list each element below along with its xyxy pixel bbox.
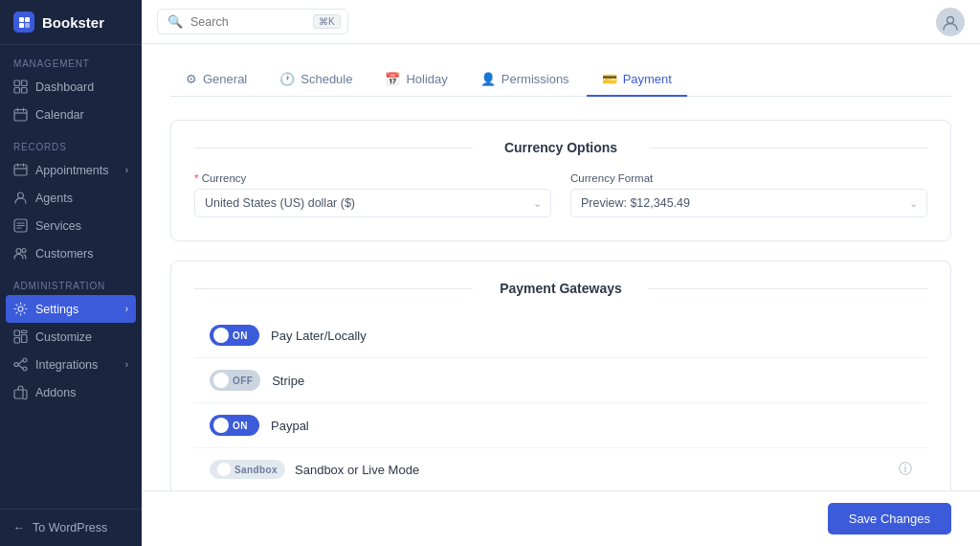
sidebar-item-customize[interactable]: Customize: [0, 323, 142, 351]
sidebar-item-label: Customers: [35, 247, 93, 261]
currency-format-group: Currency Format Preview: $12,345.49 ⌄: [570, 172, 927, 217]
section-label-records: Records: [0, 128, 142, 156]
chevron-right-icon: ›: [125, 304, 128, 314]
sidebar: Bookster Management Dashboard Calendar R…: [0, 0, 142, 546]
toggle-knob: [213, 373, 229, 388]
currency-section: Currency Options * Currency United State…: [170, 120, 951, 241]
main-content: 🔍 ⌘K ⚙ General 🕐 Schedule 📅 Holiday �: [142, 0, 980, 546]
svg-rect-1: [25, 17, 30, 22]
section-label-management: Management: [0, 45, 142, 73]
tab-schedule[interactable]: 🕐 Schedule: [264, 63, 368, 97]
gateways-section-title: Payment Gateways: [194, 281, 927, 296]
user-avatar[interactable]: [936, 8, 965, 36]
currency-label: * Currency: [194, 172, 551, 184]
app-brand: Bookster: [42, 14, 104, 31]
sidebar-item-label: Calendar: [35, 108, 84, 122]
tab-label: Payment: [623, 72, 672, 86]
sidebar-item-settings[interactable]: Settings ›: [6, 295, 136, 323]
tab-payment[interactable]: 💳 Payment: [587, 63, 687, 97]
gateway-row-stripe: OFF Stripe: [194, 358, 927, 403]
section-label-administration: Administration: [0, 267, 142, 295]
currency-section-title: Currency Options: [194, 140, 927, 155]
svg-rect-5: [22, 80, 28, 86]
toggle-knob: [213, 418, 229, 433]
sidebar-header: Bookster: [0, 0, 142, 45]
format-label-text: Currency Format: [570, 172, 653, 184]
sidebar-item-integrations[interactable]: Integrations ›: [0, 351, 142, 378]
toggle-knob: [213, 328, 229, 343]
sandbox-label: Sandbox: [234, 465, 278, 475]
sidebar-item-addons[interactable]: Addons: [0, 378, 142, 406]
tab-label: Schedule: [301, 72, 352, 86]
arrow-left-icon: ←: [13, 521, 25, 535]
currency-format-label: Currency Format: [570, 172, 927, 184]
format-select[interactable]: Preview: $12,345.49: [570, 189, 927, 217]
gateway-label-pay-later: Pay Later/Locally: [271, 329, 367, 343]
topbar: 🔍 ⌘K: [142, 0, 980, 44]
svg-point-21: [16, 249, 21, 254]
gear-icon: ⚙: [186, 72, 197, 86]
sidebar-item-label: Addons: [35, 386, 76, 399]
svg-rect-7: [22, 88, 28, 94]
sidebar-item-label: Agents: [35, 192, 73, 205]
svg-rect-26: [22, 335, 28, 343]
settings-tabs: ⚙ General 🕐 Schedule 📅 Holiday 👤 Permiss…: [170, 63, 951, 97]
search-icon: 🔍: [167, 14, 183, 29]
tab-label: General: [203, 72, 247, 86]
sidebar-item-services[interactable]: Services: [0, 212, 142, 239]
sandbox-mode-row: Sandbox Sandbox or Live Mode ⓘ: [194, 448, 927, 491]
sidebar-item-calendar[interactable]: Calendar: [0, 101, 142, 128]
footer-label: To WordPress: [33, 521, 107, 535]
info-icon[interactable]: ⓘ: [899, 461, 912, 478]
svg-rect-33: [14, 390, 23, 398]
sandbox-toggle-knob: [217, 463, 231, 476]
chevron-right-icon: ›: [125, 359, 128, 370]
currency-select[interactable]: United States (US) dollar ($): [194, 189, 551, 217]
app-logo: [13, 11, 34, 33]
svg-rect-24: [14, 330, 20, 336]
format-select-wrapper: Preview: $12,345.49 ⌄: [570, 189, 927, 217]
person-icon: 👤: [480, 72, 496, 86]
currency-group: * Currency United States (US) dollar ($)…: [194, 172, 551, 217]
tab-permissions[interactable]: 👤 Permissions: [465, 63, 585, 97]
sidebar-footer[interactable]: ← To WordPress: [0, 509, 142, 546]
svg-point-30: [23, 367, 27, 371]
sidebar-item-dashboard[interactable]: Dashboard: [0, 73, 142, 101]
tab-holiday[interactable]: 📅 Holiday: [369, 63, 462, 97]
svg-rect-25: [22, 330, 28, 333]
sandbox-toggle[interactable]: Sandbox: [210, 460, 285, 479]
svg-rect-6: [14, 88, 20, 94]
save-changes-button[interactable]: Save Changes: [828, 503, 951, 535]
gateway-label-paypal: Paypal: [271, 419, 309, 433]
svg-point-16: [18, 193, 24, 198]
svg-rect-27: [14, 338, 20, 344]
gateway-row-pay-later: ON Pay Later/Locally: [194, 313, 927, 358]
sidebar-section-administration: Administration Settings › Customize Inte…: [0, 267, 142, 406]
sidebar-item-label: Customize: [35, 330, 92, 344]
toggle-stripe[interactable]: OFF: [210, 370, 260, 391]
svg-point-29: [23, 358, 27, 362]
search-input[interactable]: [190, 15, 305, 29]
svg-rect-0: [19, 17, 24, 22]
tab-label: Holiday: [406, 72, 447, 86]
tab-general[interactable]: ⚙ General: [170, 63, 262, 97]
sidebar-item-label: Settings: [35, 303, 78, 316]
sidebar-item-label: Appointments: [35, 164, 108, 177]
svg-rect-4: [14, 80, 20, 86]
svg-point-34: [947, 16, 954, 23]
sidebar-item-agents[interactable]: Agents: [0, 184, 142, 212]
sidebar-item-customers[interactable]: Customers: [0, 239, 142, 267]
sidebar-item-label: Integrations: [35, 358, 98, 372]
toggle-paypal[interactable]: ON: [210, 415, 259, 436]
svg-line-31: [18, 360, 23, 365]
sandbox-mode-label: Sandbox or Live Mode: [295, 463, 419, 477]
search-box[interactable]: 🔍 ⌘K: [157, 9, 348, 34]
toggle-pay-later[interactable]: ON: [210, 325, 259, 346]
svg-rect-2: [19, 23, 24, 28]
sidebar-item-appointments[interactable]: Appointments ›: [0, 156, 142, 184]
search-kbd: ⌘K: [313, 14, 341, 29]
to-wordpress-link[interactable]: ← To WordPress: [13, 521, 128, 535]
svg-rect-12: [14, 165, 27, 175]
currency-select-wrapper: United States (US) dollar ($) ⌄: [194, 189, 551, 217]
svg-point-23: [18, 307, 23, 311]
